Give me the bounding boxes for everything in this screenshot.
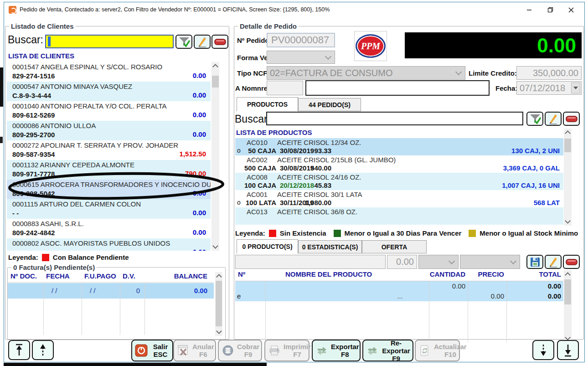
pending-title: 0 Factura(s) Pendiente(s): [11, 263, 97, 271]
minimize-button[interactable]: [519, 2, 540, 17]
products-clear-button[interactable]: [563, 112, 580, 126]
scrollbar-up-arrow[interactable]: [564, 129, 572, 136]
grid-line: [265, 281, 266, 342]
scrollbar-down-arrow[interactable]: [215, 328, 222, 336]
order-group-title: Detalle de Pedido: [238, 22, 299, 30]
re-exportar-button[interactable]: Re-ExportarF9: [362, 340, 413, 361]
item-edit-button[interactable]: [545, 255, 562, 269]
close-button[interactable]: [561, 2, 582, 17]
actualizar-button[interactable]: ActualizarF10: [415, 340, 460, 361]
client-row[interactable]: 0000547 ANTONIO MINAYA VASQUEZ C.8-9-3-4…: [7, 82, 211, 101]
pending-row-selected[interactable]: / / / / 0 0.00: [8, 283, 214, 299]
client-row[interactable]: 0000272 APOLINAR T. SERRATA Y PROV. JOHA…: [7, 140, 211, 160]
product-stock: 3,369 CAJ, 0 GAL: [503, 164, 560, 172]
product-row[interactable]: AC008 ACEITE CRISOL 24/16 OZ. 100 CAJA 2…: [235, 173, 563, 190]
order-no-field[interactable]: PV00000087: [267, 33, 335, 47]
a-nombre-code-field[interactable]: [267, 81, 303, 95]
products-scrollbar[interactable]: [564, 129, 572, 226]
scroll-bottom-button[interactable]: [557, 340, 579, 360]
scroll-top-button[interactable]: [8, 340, 30, 360]
client-row[interactable]: 0000086 ANTONIO ULLOA 809-295-2700 0.00: [7, 121, 211, 140]
scrollbar-thumb[interactable]: [212, 76, 219, 88]
arrow-down-dotted-icon: [538, 343, 548, 357]
order-table-scrollbar[interactable]: [564, 270, 572, 342]
client-balance: 0.00: [193, 189, 206, 197]
imprimir-button[interactable]: ImprimirF7: [264, 340, 309, 361]
exportar-button[interactable]: ExportarF8: [312, 340, 361, 361]
clients-filter-button[interactable]: [175, 35, 192, 49]
clients-list: 0001547 ANGELA ESPINAL Y S/COL. ROSARIO …: [7, 62, 211, 251]
clients-edit-button[interactable]: [194, 35, 211, 49]
tab-productos[interactable]: PRODUCTOS: [237, 97, 298, 111]
product-row-selected[interactable]: AC010 ACEITE CRISOL 12/34 OZ. o 50 CAJA …: [235, 138, 563, 155]
grid-line: [82, 282, 82, 335]
scrollbar-up-arrow[interactable]: [211, 62, 219, 70]
legend-label: Leyenda:: [235, 229, 265, 237]
tab-detail-productos[interactable]: 0 PRODUCTO(S): [237, 239, 298, 253]
products-legend: Leyenda: Sin Existencia Menor o Igual a …: [235, 229, 578, 237]
clients-clear-button[interactable]: [211, 35, 228, 49]
red-square-icon: [269, 230, 276, 237]
anular-button[interactable]: AnularF6: [173, 340, 216, 361]
tab-oferta[interactable]: OFERTA: [362, 240, 427, 253]
product-stock: 130 CAJ, 2 UNI: [511, 147, 560, 155]
fecha-dropdown-button[interactable]: [571, 82, 580, 93]
tab-pedidos[interactable]: 44 PEDIDO(S): [298, 98, 361, 111]
products-filter-button[interactable]: [526, 112, 543, 126]
pending-invoices-groupbox: 0 Factura(s) Pendiente(s) Nº DOC. FECHA …: [7, 263, 226, 340]
forma-venta-select[interactable]: [267, 51, 335, 64]
fecha-select[interactable]: 07/12/2018: [516, 81, 582, 95]
product-row[interactable]: AC002 ACEITE CRISOL 2/15LB (GL. JUMBO) 5…: [235, 155, 563, 173]
restore-button[interactable]: [540, 2, 561, 17]
products-search-input[interactable]: [266, 112, 523, 125]
product-stock: 1,007 CAJ, 16 UNI: [502, 181, 560, 189]
scrollbar-thumb[interactable]: [216, 281, 222, 326]
red-square-icon: [42, 254, 49, 261]
scrollbar-up-arrow[interactable]: [564, 270, 572, 278]
salir-button[interactable]: SalirESC: [131, 340, 173, 361]
cobrar-button[interactable]: CobrarF9: [218, 340, 262, 361]
limite-credito-label: Limite Credito:: [469, 69, 517, 77]
clients-scrollbar[interactable]: [211, 62, 219, 251]
client-row[interactable]: 0001115 ARTURO DEL CARMEN COLON - - 0.00: [7, 199, 211, 219]
item-name-field[interactable]: [235, 255, 386, 269]
scrollbar-thumb[interactable]: [564, 279, 571, 304]
scroll-up-button[interactable]: [32, 340, 54, 360]
products-list: AC010 ACEITE CRISOL 12/34 OZ. o 50 CAJA …: [235, 138, 563, 226]
clients-list-title: LISTA DE CLIENTES: [8, 52, 74, 60]
client-row[interactable]: 0000883 ASAHI, S.R.L. 809-242-4842 0.00: [7, 219, 211, 238]
clients-search-input[interactable]: [45, 35, 174, 48]
grid-line: [120, 282, 120, 335]
tab-estadisticas[interactable]: 0 ESTADISTICA(S): [298, 240, 362, 253]
item-delete-button[interactable]: [563, 255, 580, 269]
client-row[interactable]: 0001040 ANTONIO PERALTA Y/O COL. PERALTA…: [7, 101, 211, 121]
products-edit-button[interactable]: [545, 112, 562, 126]
scrollbar-down-arrow[interactable]: [211, 243, 219, 251]
client-row[interactable]: 0000802 ASOC. MAYORISTAS PUEBLOS UNIDOS …: [7, 238, 211, 251]
scrollbar-thumb[interactable]: [564, 139, 571, 152]
item-qty-field[interactable]: 0.00: [387, 255, 417, 269]
a-nombre-input[interactable]: [305, 80, 490, 96]
pending-scrollbar[interactable]: [215, 272, 222, 336]
scrollbar-down-arrow[interactable]: [564, 218, 572, 226]
tipo-ncf-select[interactable]: 02=FACTURA DE CONSUMO: [267, 66, 465, 80]
client-row[interactable]: 0001547 ANGELA ESPINAL Y S/COL. ROSARIO …: [7, 62, 211, 82]
client-balance: 0.00: [193, 248, 206, 251]
item-price-select[interactable]: [460, 255, 520, 269]
background-window-fragment: [0, 137, 3, 143]
product-row[interactable]: AC001 ACEITE CRISOL 30/1 LATA o 100 LATA…: [235, 190, 563, 207]
grid-line: [144, 282, 145, 335]
client-row-selected[interactable]: 0000615 ARROCERA TRANSFORMADORES Y INOCE…: [7, 180, 211, 199]
item-save-button[interactable]: [526, 255, 543, 269]
scroll-down-button[interactable]: [532, 340, 554, 360]
order-item-row-selected[interactable]: 0.00 0.00 e ... 0.00 0.00: [235, 281, 563, 301]
pay-icon: [222, 344, 234, 357]
refresh-icon: [418, 344, 431, 357]
item-unit-select[interactable]: [418, 255, 459, 269]
scrollbar-up-arrow[interactable]: [215, 272, 222, 280]
re-export-icon: [366, 344, 379, 357]
limite-credito-field[interactable]: 350,000.00: [516, 66, 582, 80]
product-row[interactable]: AC013 ACEITE CRISOL 36/8 OZ.: [235, 207, 563, 225]
client-row[interactable]: 0001132 ARIANNY CEPEDA ALMONTE 809-971-7…: [7, 160, 211, 180]
green-square-icon: [334, 230, 341, 237]
